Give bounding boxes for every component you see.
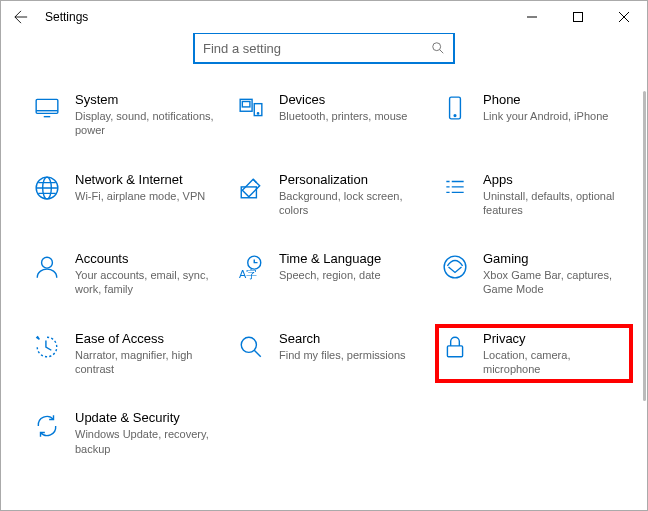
svg-point-16 — [241, 337, 256, 352]
tile-accounts[interactable]: Accounts Your accounts, email, sync, wor… — [31, 248, 221, 300]
system-icon — [33, 94, 61, 122]
devices-icon — [237, 94, 265, 122]
svg-rect-4 — [242, 102, 250, 107]
tile-subtitle: Find my files, permissions — [279, 348, 406, 362]
scrollbar[interactable] — [638, 91, 646, 511]
apps-icon — [441, 174, 469, 202]
tile-title: Devices — [279, 92, 407, 107]
title-bar: Settings — [1, 1, 647, 33]
tile-title: Network & Internet — [75, 172, 205, 187]
tile-subtitle: Your accounts, email, sync, work, family — [75, 268, 219, 297]
tile-apps[interactable]: Apps Uninstall, defaults, optional featu… — [439, 169, 629, 221]
search-icon — [431, 41, 445, 55]
tile-title: Accounts — [75, 251, 219, 266]
lock-icon — [441, 333, 469, 361]
tile-subtitle: Uninstall, defaults, optional features — [483, 189, 627, 218]
tile-title: Apps — [483, 172, 627, 187]
svg-point-8 — [454, 115, 456, 117]
accounts-icon — [33, 253, 61, 281]
tile-privacy[interactable]: Privacy Location, camera, microphone — [439, 328, 629, 380]
tile-title: Phone — [483, 92, 608, 107]
minimize-button[interactable] — [509, 1, 555, 33]
phone-icon — [441, 94, 469, 122]
tile-title: System — [75, 92, 219, 107]
tile-subtitle: Windows Update, recovery, backup — [75, 427, 219, 456]
tile-subtitle: Wi-Fi, airplane mode, VPN — [75, 189, 205, 203]
tile-title: Personalization — [279, 172, 423, 187]
svg-point-15 — [444, 256, 466, 278]
maximize-icon — [573, 12, 583, 22]
search-container — [1, 33, 647, 63]
tile-subtitle: Display, sound, notifications, power — [75, 109, 219, 138]
globe-icon — [33, 174, 61, 202]
gaming-icon — [441, 253, 469, 281]
content-area: System Display, sound, notifications, po… — [1, 33, 647, 511]
tile-subtitle: Background, lock screen, colors — [279, 189, 423, 218]
svg-point-12 — [42, 257, 53, 268]
search-tile-icon — [237, 333, 265, 361]
window-title: Settings — [45, 10, 88, 24]
tile-devices[interactable]: Devices Bluetooth, printers, mouse — [235, 89, 425, 141]
maximize-button[interactable] — [555, 1, 601, 33]
back-arrow-icon — [14, 10, 28, 24]
tile-subtitle: Narrator, magnifier, high contrast — [75, 348, 219, 377]
svg-rect-0 — [574, 13, 583, 22]
minimize-icon — [527, 12, 537, 22]
tile-gaming[interactable]: Gaming Xbox Game Bar, captures, Game Mod… — [439, 248, 629, 300]
tile-ease-of-access[interactable]: Ease of Access Narrator, magnifier, high… — [31, 328, 221, 380]
svg-point-6 — [257, 113, 258, 114]
time-language-icon: A字 — [237, 253, 265, 281]
tile-personalization[interactable]: Personalization Background, lock screen,… — [235, 169, 425, 221]
tile-title: Privacy — [483, 331, 627, 346]
personalization-icon — [237, 174, 265, 202]
tile-subtitle: Location, camera, microphone — [483, 348, 627, 377]
back-button[interactable] — [5, 1, 37, 33]
tile-title: Search — [279, 331, 406, 346]
tile-title: Time & Language — [279, 251, 381, 266]
window-controls — [509, 1, 647, 33]
settings-grid: System Display, sound, notifications, po… — [1, 89, 647, 459]
tile-update-security[interactable]: Update & Security Windows Update, recove… — [31, 407, 221, 459]
update-icon — [33, 412, 61, 440]
tile-search[interactable]: Search Find my files, permissions — [235, 328, 425, 380]
tile-time-language[interactable]: A字 Time & Language Speech, region, date — [235, 248, 425, 300]
close-button[interactable] — [601, 1, 647, 33]
tile-subtitle: Xbox Game Bar, captures, Game Mode — [483, 268, 627, 297]
search-input[interactable] — [203, 41, 431, 56]
search-box[interactable] — [194, 33, 454, 63]
tile-subtitle: Speech, region, date — [279, 268, 381, 282]
tile-title: Ease of Access — [75, 331, 219, 346]
tile-subtitle: Bluetooth, printers, mouse — [279, 109, 407, 123]
svg-point-1 — [433, 43, 441, 51]
tile-system[interactable]: System Display, sound, notifications, po… — [31, 89, 221, 141]
tile-title: Update & Security — [75, 410, 219, 425]
scrollbar-thumb[interactable] — [643, 91, 646, 401]
tile-title: Gaming — [483, 251, 627, 266]
svg-rect-17 — [447, 346, 462, 357]
svg-text:A字: A字 — [239, 268, 257, 280]
ease-of-access-icon — [33, 333, 61, 361]
close-icon — [619, 12, 629, 22]
tile-phone[interactable]: Phone Link your Android, iPhone — [439, 89, 629, 141]
tile-subtitle: Link your Android, iPhone — [483, 109, 608, 123]
tile-network[interactable]: Network & Internet Wi-Fi, airplane mode,… — [31, 169, 221, 221]
